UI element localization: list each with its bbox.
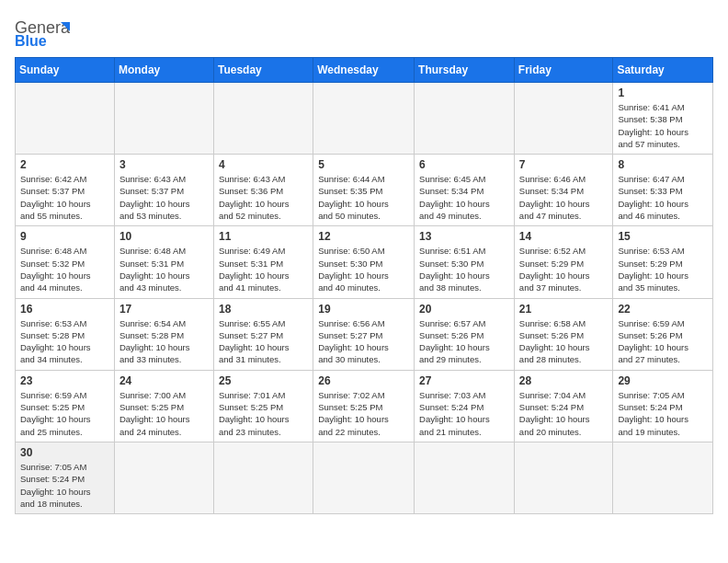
- day-number: 5: [318, 158, 409, 171]
- calendar-container: General Blue SundayMondayTuesdayWednesda…: [0, 0, 728, 563]
- day-cell: 15Sunrise: 6:53 AM Sunset: 5:29 PM Dayli…: [613, 226, 713, 298]
- day-cell: 19Sunrise: 6:56 AM Sunset: 5:27 PM Dayli…: [313, 298, 415, 370]
- day-cell: 12Sunrise: 6:50 AM Sunset: 5:30 PM Dayli…: [313, 226, 415, 298]
- day-cell: 20Sunrise: 6:57 AM Sunset: 5:26 PM Dayli…: [415, 298, 515, 370]
- day-number: 18: [219, 303, 308, 316]
- day-info: Sunrise: 6:59 AM Sunset: 5:26 PM Dayligh…: [618, 317, 708, 366]
- day-cell: [16, 83, 115, 155]
- day-info: Sunrise: 7:04 AM Sunset: 5:24 PM Dayligh…: [519, 389, 609, 438]
- day-cell: 13Sunrise: 6:51 AM Sunset: 5:30 PM Dayli…: [415, 226, 515, 298]
- day-number: 12: [318, 230, 409, 243]
- day-number: 11: [219, 230, 308, 243]
- day-cell: 2Sunrise: 6:42 AM Sunset: 5:37 PM Daylig…: [16, 155, 115, 226]
- day-cell: [514, 442, 613, 513]
- day-number: 7: [519, 158, 609, 171]
- day-number: 16: [20, 303, 109, 316]
- day-info: Sunrise: 6:55 AM Sunset: 5:27 PM Dayligh…: [219, 317, 308, 366]
- day-info: Sunrise: 6:53 AM Sunset: 5:28 PM Dayligh…: [20, 317, 109, 366]
- day-number: 30: [20, 446, 109, 459]
- day-info: Sunrise: 6:58 AM Sunset: 5:26 PM Dayligh…: [519, 317, 609, 366]
- day-cell: 30Sunrise: 7:05 AM Sunset: 5:24 PM Dayli…: [16, 442, 115, 513]
- week-row-6: 30Sunrise: 7:05 AM Sunset: 5:24 PM Dayli…: [16, 442, 713, 513]
- day-number: 15: [618, 230, 708, 243]
- day-cell: [313, 442, 415, 513]
- weekday-header-thursday: Thursday: [415, 58, 515, 83]
- day-info: Sunrise: 6:52 AM Sunset: 5:29 PM Dayligh…: [519, 245, 609, 293]
- day-number: 2: [20, 158, 109, 171]
- day-number: 27: [419, 374, 509, 387]
- day-cell: 5Sunrise: 6:44 AM Sunset: 5:35 PM Daylig…: [313, 155, 415, 226]
- day-info: Sunrise: 7:05 AM Sunset: 5:24 PM Dayligh…: [618, 389, 708, 438]
- day-cell: 18Sunrise: 6:55 AM Sunset: 5:27 PM Dayli…: [213, 298, 313, 370]
- day-number: 22: [618, 303, 708, 316]
- day-info: Sunrise: 7:02 AM Sunset: 5:25 PM Dayligh…: [318, 389, 409, 438]
- day-number: 28: [519, 374, 609, 387]
- weekday-header-row: SundayMondayTuesdayWednesdayThursdayFrid…: [16, 58, 713, 83]
- week-row-3: 9Sunrise: 6:48 AM Sunset: 5:32 PM Daylig…: [16, 226, 713, 298]
- day-info: Sunrise: 7:01 AM Sunset: 5:25 PM Dayligh…: [219, 389, 308, 438]
- day-cell: 4Sunrise: 6:43 AM Sunset: 5:36 PM Daylig…: [213, 155, 313, 226]
- day-cell: 29Sunrise: 7:05 AM Sunset: 5:24 PM Dayli…: [613, 370, 713, 442]
- day-info: Sunrise: 6:43 AM Sunset: 5:37 PM Dayligh…: [119, 173, 209, 222]
- day-cell: 1Sunrise: 6:41 AM Sunset: 5:38 PM Daylig…: [613, 83, 713, 155]
- weekday-header-wednesday: Wednesday: [313, 58, 415, 83]
- day-cell: 23Sunrise: 6:59 AM Sunset: 5:25 PM Dayli…: [16, 370, 115, 442]
- day-number: 20: [419, 303, 509, 316]
- day-number: 13: [419, 230, 509, 243]
- week-row-1: 1Sunrise: 6:41 AM Sunset: 5:38 PM Daylig…: [16, 83, 713, 155]
- day-cell: 21Sunrise: 6:58 AM Sunset: 5:26 PM Dayli…: [514, 298, 613, 370]
- day-number: 8: [618, 158, 708, 171]
- weekday-header-sunday: Sunday: [16, 58, 115, 83]
- day-number: 10: [119, 230, 209, 243]
- day-info: Sunrise: 6:45 AM Sunset: 5:34 PM Dayligh…: [419, 173, 509, 222]
- day-cell: 28Sunrise: 7:04 AM Sunset: 5:24 PM Dayli…: [514, 370, 613, 442]
- day-cell: 27Sunrise: 7:03 AM Sunset: 5:24 PM Dayli…: [415, 370, 515, 442]
- day-cell: [213, 442, 313, 513]
- header: General Blue: [15, 15, 713, 48]
- day-number: 24: [119, 374, 209, 387]
- day-info: Sunrise: 7:05 AM Sunset: 5:24 PM Dayligh…: [20, 461, 109, 510]
- day-info: Sunrise: 7:00 AM Sunset: 5:25 PM Dayligh…: [119, 389, 209, 438]
- day-cell: 25Sunrise: 7:01 AM Sunset: 5:25 PM Dayli…: [213, 370, 313, 442]
- day-number: 17: [119, 303, 209, 316]
- day-info: Sunrise: 6:54 AM Sunset: 5:28 PM Dayligh…: [119, 317, 209, 366]
- logo-svg: General Blue: [15, 15, 70, 48]
- day-number: 14: [519, 230, 609, 243]
- day-number: 25: [219, 374, 308, 387]
- calendar-table: SundayMondayTuesdayWednesdayThursdayFrid…: [15, 57, 713, 514]
- day-info: Sunrise: 6:57 AM Sunset: 5:26 PM Dayligh…: [419, 317, 509, 366]
- weekday-header-tuesday: Tuesday: [213, 58, 313, 83]
- day-number: 19: [318, 303, 409, 316]
- day-cell: 14Sunrise: 6:52 AM Sunset: 5:29 PM Dayli…: [514, 226, 613, 298]
- day-number: 21: [519, 303, 609, 316]
- day-cell: 6Sunrise: 6:45 AM Sunset: 5:34 PM Daylig…: [415, 155, 515, 226]
- day-info: Sunrise: 6:44 AM Sunset: 5:35 PM Dayligh…: [318, 173, 409, 222]
- weekday-header-monday: Monday: [114, 58, 213, 83]
- day-number: 26: [318, 374, 409, 387]
- svg-text:Blue: Blue: [15, 33, 47, 48]
- day-cell: 9Sunrise: 6:48 AM Sunset: 5:32 PM Daylig…: [16, 226, 115, 298]
- day-number: 4: [219, 158, 308, 171]
- day-info: Sunrise: 6:47 AM Sunset: 5:33 PM Dayligh…: [618, 173, 708, 222]
- weekday-header-saturday: Saturday: [613, 58, 713, 83]
- day-info: Sunrise: 6:48 AM Sunset: 5:32 PM Dayligh…: [20, 245, 109, 293]
- day-cell: [114, 442, 213, 513]
- day-info: Sunrise: 6:42 AM Sunset: 5:37 PM Dayligh…: [20, 173, 109, 222]
- day-cell: 10Sunrise: 6:48 AM Sunset: 5:31 PM Dayli…: [114, 226, 213, 298]
- day-cell: [613, 442, 713, 513]
- day-info: Sunrise: 6:53 AM Sunset: 5:29 PM Dayligh…: [618, 245, 708, 293]
- day-cell: 26Sunrise: 7:02 AM Sunset: 5:25 PM Dayli…: [313, 370, 415, 442]
- day-cell: 7Sunrise: 6:46 AM Sunset: 5:34 PM Daylig…: [514, 155, 613, 226]
- day-cell: 11Sunrise: 6:49 AM Sunset: 5:31 PM Dayli…: [213, 226, 313, 298]
- day-info: Sunrise: 6:59 AM Sunset: 5:25 PM Dayligh…: [20, 389, 109, 438]
- day-info: Sunrise: 6:46 AM Sunset: 5:34 PM Dayligh…: [519, 173, 609, 222]
- logo: General Blue: [15, 15, 70, 48]
- day-cell: [514, 83, 613, 155]
- day-info: Sunrise: 6:56 AM Sunset: 5:27 PM Dayligh…: [318, 317, 409, 366]
- day-number: 1: [618, 86, 708, 99]
- day-number: 6: [419, 158, 509, 171]
- day-info: Sunrise: 6:50 AM Sunset: 5:30 PM Dayligh…: [318, 245, 409, 293]
- logo-bar: General Blue: [15, 15, 70, 48]
- day-cell: 24Sunrise: 7:00 AM Sunset: 5:25 PM Dayli…: [114, 370, 213, 442]
- day-cell: 3Sunrise: 6:43 AM Sunset: 5:37 PM Daylig…: [114, 155, 213, 226]
